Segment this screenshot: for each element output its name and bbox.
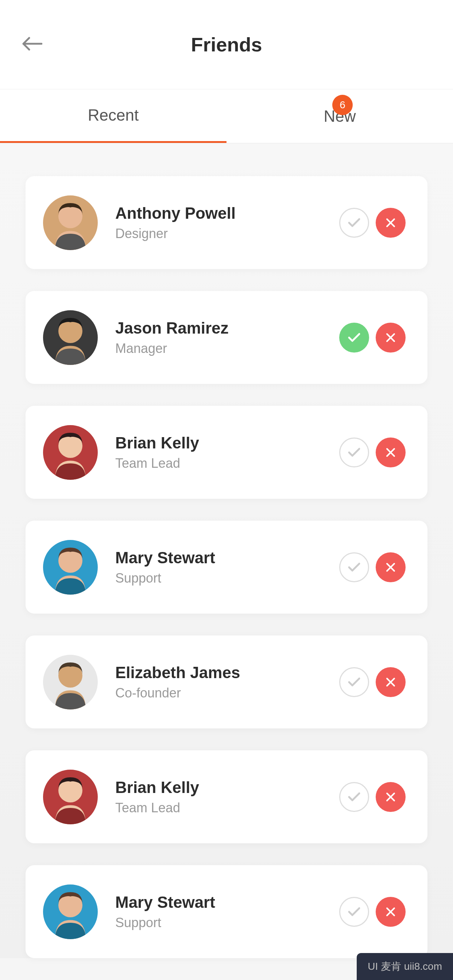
accept-button[interactable] xyxy=(339,552,369,582)
reject-button[interactable] xyxy=(376,438,405,468)
friend-actions xyxy=(339,897,405,927)
reject-button[interactable] xyxy=(376,667,405,697)
friend-card: Mary Stewart Support xyxy=(26,520,427,614)
avatar xyxy=(43,770,98,824)
accept-button[interactable] xyxy=(339,438,369,468)
friend-actions xyxy=(339,438,405,468)
friend-actions xyxy=(339,323,405,353)
avatar xyxy=(43,310,98,365)
friend-actions xyxy=(339,208,405,238)
avatar xyxy=(43,885,98,939)
reject-button[interactable] xyxy=(376,208,405,238)
back-button[interactable] xyxy=(22,37,42,52)
friends-list: Anthony Powell Designer Jason Ramirez Ma xyxy=(0,143,453,958)
friend-card: Jason Ramirez Manager xyxy=(26,291,427,384)
friend-role: Co-founder xyxy=(115,686,339,701)
friend-card: Elizabeth James Co-founder xyxy=(26,635,427,729)
friend-role: Support xyxy=(115,915,339,931)
accept-button[interactable] xyxy=(339,782,369,812)
friend-card: Mary Stewart Support xyxy=(26,865,427,958)
close-icon xyxy=(385,217,396,228)
page-title: Friends xyxy=(191,33,262,56)
check-icon xyxy=(348,677,361,687)
friend-name: Elizabeth James xyxy=(115,663,339,682)
friend-role: Team Lead xyxy=(115,456,339,471)
friend-name: Brian Kelly xyxy=(115,778,339,797)
friend-name: Mary Stewart xyxy=(115,549,339,567)
tab-recent[interactable]: Recent xyxy=(0,89,226,143)
friend-card: Brian Kelly Team Lead xyxy=(26,406,427,499)
tab-recent-label: Recent xyxy=(88,106,139,124)
check-icon xyxy=(348,447,361,458)
friend-info: Brian Kelly Team Lead xyxy=(115,778,339,816)
header: Friends xyxy=(0,0,453,89)
friend-info: Mary Stewart Support xyxy=(115,549,339,586)
avatar xyxy=(43,540,98,595)
check-icon xyxy=(348,332,361,343)
close-icon xyxy=(385,332,396,343)
friend-info: Brian Kelly Team Lead xyxy=(115,434,339,471)
avatar-image xyxy=(43,425,98,480)
watermark: UI 麦肯 uii8.com xyxy=(357,953,453,980)
friend-info: Jason Ramirez Manager xyxy=(115,319,339,356)
accept-button[interactable] xyxy=(339,208,369,238)
friend-role: Manager xyxy=(115,341,339,356)
tabs: Recent New 6 xyxy=(0,89,453,143)
accept-button[interactable] xyxy=(339,897,369,927)
friend-actions xyxy=(339,782,405,812)
friend-card: Anthony Powell Designer xyxy=(26,176,427,269)
new-badge: 6 xyxy=(332,95,353,115)
avatar xyxy=(43,425,98,480)
accept-button[interactable] xyxy=(339,323,369,353)
close-icon xyxy=(385,447,396,458)
friend-name: Jason Ramirez xyxy=(115,319,339,337)
friend-role: Designer xyxy=(115,226,339,241)
friend-name: Anthony Powell xyxy=(115,204,339,223)
check-icon xyxy=(348,792,361,802)
close-icon xyxy=(385,906,396,917)
friend-actions xyxy=(339,667,405,697)
friend-info: Anthony Powell Designer xyxy=(115,204,339,241)
friend-name: Mary Stewart xyxy=(115,893,339,912)
friend-actions xyxy=(339,552,405,582)
friend-role: Team Lead xyxy=(115,800,339,816)
close-icon xyxy=(385,677,396,687)
reject-button[interactable] xyxy=(376,552,405,582)
friend-info: Mary Stewart Support xyxy=(115,893,339,931)
avatar-image xyxy=(43,885,98,939)
friend-role: Support xyxy=(115,571,339,586)
check-icon xyxy=(348,907,361,917)
arrow-left-icon xyxy=(22,37,42,51)
check-icon xyxy=(348,218,361,228)
avatar-image xyxy=(43,655,98,710)
accept-button[interactable] xyxy=(339,667,369,697)
check-icon xyxy=(348,562,361,573)
tab-new[interactable]: New 6 xyxy=(226,89,453,143)
close-icon xyxy=(385,792,396,802)
friend-name: Brian Kelly xyxy=(115,434,339,452)
reject-button[interactable] xyxy=(376,897,405,927)
reject-button[interactable] xyxy=(376,323,405,353)
avatar xyxy=(43,655,98,710)
friend-info: Elizabeth James Co-founder xyxy=(115,663,339,701)
avatar-image xyxy=(43,770,98,824)
avatar-image xyxy=(43,196,98,250)
avatar-image xyxy=(43,540,98,595)
reject-button[interactable] xyxy=(376,782,405,812)
avatar-image xyxy=(43,310,98,365)
avatar xyxy=(43,196,98,250)
friend-card: Brian Kelly Team Lead xyxy=(26,750,427,843)
close-icon xyxy=(385,562,396,573)
